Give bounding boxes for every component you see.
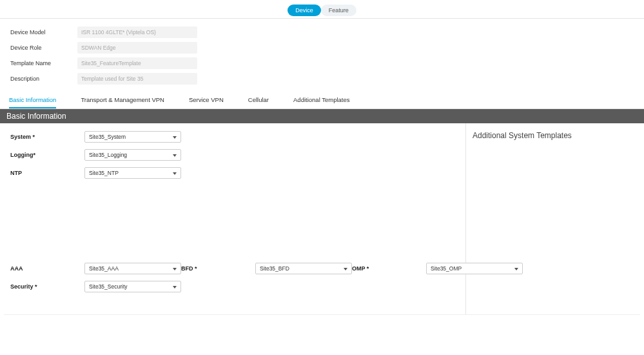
omp-select-value: Site35_OMP: [431, 265, 462, 272]
aaa-label: AAA: [10, 265, 84, 272]
security-select-value: Site35_Security: [89, 283, 128, 290]
ntp-label: NTP: [10, 170, 84, 176]
aaa-select[interactable]: Site35_AAA: [84, 263, 181, 274]
omp-label: OMP *: [352, 265, 426, 272]
logging-label: Logging*: [10, 152, 84, 158]
logging-select-value: Site35_Logging: [89, 152, 127, 158]
additional-system-templates-title: Additional System Templates: [473, 131, 634, 140]
feature-toggle[interactable]: Feature: [321, 5, 356, 16]
tab-bar: Basic Information Transport & Management…: [0, 92, 644, 109]
bfd-select-value: Site35_BFD: [260, 265, 289, 272]
template-name-label: Template Name: [10, 60, 77, 66]
tab-additional-templates[interactable]: Additional Templates: [293, 92, 350, 108]
security-select[interactable]: Site35_Security: [84, 281, 181, 292]
security-label: Security *: [10, 283, 84, 290]
template-name-field: Site35_FeatureTemplate: [77, 57, 197, 69]
view-toggle-bar: Device Feature: [0, 2, 644, 19]
template-meta-form: Device Model ISR 1100 4GLTE* (Viptela OS…: [0, 19, 644, 92]
device-role-label: Device Role: [10, 45, 77, 51]
logging-select[interactable]: Site35_Logging: [84, 149, 181, 161]
ntp-select[interactable]: Site35_NTP: [84, 167, 181, 179]
omp-select[interactable]: Site35_OMP: [426, 263, 523, 274]
system-label: System *: [10, 134, 84, 140]
bfd-select[interactable]: Site35_BFD: [255, 263, 352, 274]
bfd-label: BFD *: [181, 265, 255, 272]
section-title: Basic Information: [6, 112, 66, 121]
system-select-value: Site35_System: [89, 134, 126, 140]
device-toggle[interactable]: Device: [288, 5, 321, 16]
aaa-select-value: Site35_AAA: [89, 265, 119, 272]
section-title-bar: Basic Information: [0, 109, 644, 123]
tab-service-vpn[interactable]: Service VPN: [189, 92, 224, 108]
tab-cellular[interactable]: Cellular: [248, 92, 269, 108]
tab-transport-management-vpn[interactable]: Transport & Management VPN: [81, 92, 164, 108]
description-label: Description: [10, 76, 77, 82]
basic-info-panel: System * Site35_System Logging* Site35_L…: [4, 123, 640, 315]
tab-basic-information[interactable]: Basic Information: [9, 92, 56, 108]
ntp-select-value: Site35_NTP: [89, 170, 119, 176]
basic-info-left: System * Site35_System Logging* Site35_L…: [4, 123, 465, 314]
description-field: Template used for Site 35: [77, 73, 197, 85]
device-model-field: ISR 1100 4GLTE* (Viptela OS): [77, 26, 197, 38]
device-role-field: SDWAN Edge: [77, 42, 197, 54]
device-model-label: Device Model: [10, 29, 77, 36]
system-select[interactable]: Site35_System: [84, 131, 181, 143]
lower-selects: AAA Site35_AAA Security * Site35_Securit…: [10, 263, 455, 299]
